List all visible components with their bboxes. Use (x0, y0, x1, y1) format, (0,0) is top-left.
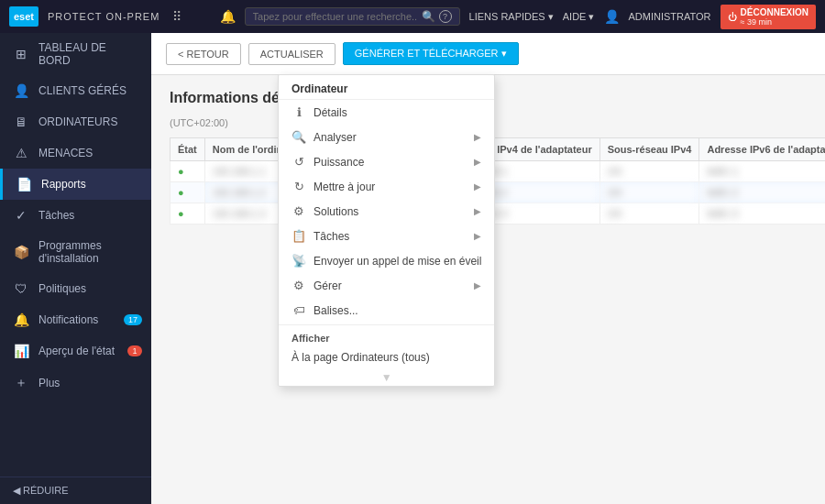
sidebar-label: Notifications (38, 313, 98, 326)
sidebar-reduce-button[interactable]: ◀ RÉDUIRE (0, 477, 151, 504)
search-icon: 🔍 (422, 10, 435, 23)
afficher-item-label: À la page Ordinateurs (tous) (292, 351, 430, 364)
clients-icon: 👤 (13, 83, 29, 98)
deconnexion-time: ≈ 39 min (741, 17, 808, 27)
apercu-badge: 1 (127, 345, 142, 356)
context-menu-balises[interactable]: 🏷 Balises... (279, 298, 494, 323)
sidebar-label: Tâches (38, 209, 74, 222)
context-menu-details[interactable]: ℹ Détails (279, 100, 494, 125)
menu-caret: ▼ (279, 369, 494, 386)
sidebar-item-tableau-de-bord[interactable]: ⊞ TABLEAU DE BORD (0, 33, 151, 75)
aide-button[interactable]: AIDE ▾ (563, 11, 595, 23)
search-input[interactable] (253, 11, 418, 22)
question-icon: ? (439, 10, 452, 23)
balises-icon: 🏷 (292, 303, 306, 317)
search-bar[interactable]: 🔍 ? (245, 7, 460, 26)
bell-icon[interactable]: 🔔 (220, 9, 236, 24)
arrow-icon: ▶ (474, 231, 481, 241)
sidebar-item-taches[interactable]: ✓ Tâches (0, 200, 151, 231)
sidebar-item-ordinateurs[interactable]: 🖥 ORDINATEURS (0, 106, 151, 137)
context-item-label: Envoyer un appel de mise en éveil (314, 255, 481, 268)
sidebar-label: ORDINATEURS (38, 115, 117, 128)
context-menu-gerer[interactable]: ⚙ Gérer ▶ (279, 273, 494, 298)
context-item-label: Gérer (314, 279, 342, 292)
sidebar-label: Politiques (38, 282, 86, 295)
main-layout: ⊞ TABLEAU DE BORD 👤 CLIENTS GÉRÉS 🖥 ORDI… (0, 33, 825, 504)
admin-label[interactable]: ADMINISTRATOR (629, 11, 711, 22)
details-icon: ℹ (292, 105, 306, 119)
taches-icon: 📋 (292, 229, 306, 243)
reports-icon: 📄 (16, 177, 32, 192)
analyser-icon: 🔍 (292, 130, 306, 144)
arrow-icon: ▶ (474, 132, 481, 142)
apercu-icon: 📊 (13, 344, 29, 358)
notifications-icon: 🔔 (13, 312, 29, 327)
tasks-icon: ✓ (13, 208, 29, 223)
sidebar-item-notifications[interactable]: 🔔 Notifications 17 (0, 304, 151, 335)
context-item-label: Analyser (314, 131, 357, 144)
sidebar-item-plus[interactable]: ＋ Plus (0, 367, 151, 400)
threats-icon: ⚠ (13, 146, 29, 160)
dashboard-icon: ⊞ (13, 47, 29, 61)
context-item-label: Puissance (314, 156, 364, 169)
send-icon: 📡 (292, 254, 306, 268)
sidebar-item-rapports[interactable]: 📄 Rapports (0, 169, 151, 200)
sidebar-label: Rapports (41, 178, 86, 191)
liens-rapides-button[interactable]: LIENS RAPIDES ▾ (469, 11, 554, 23)
arrow-icon: ▶ (474, 157, 481, 167)
context-menu-afficher-item[interactable]: À la page Ordinateurs (tous) (279, 345, 494, 369)
context-menu-divider (279, 324, 494, 325)
content-area: < RETOUR ACTUALISER GÉNÉRER ET TÉLÉCHARG… (151, 33, 825, 504)
sidebar-label: TABLEAU DE BORD (38, 41, 138, 67)
admin-icon: 👤 (604, 9, 620, 24)
deconnexion-icon: ⏻ (728, 12, 737, 22)
sidebar-label: CLIENTS GÉRÉS (38, 84, 126, 97)
reduce-icon: ◀ (13, 485, 23, 496)
gerer-icon: ⚙ (292, 279, 306, 292)
sidebar-label: Programmes d'installation (38, 239, 138, 265)
context-menu-envoyer[interactable]: 📡 Envoyer un appel de mise en éveil (279, 248, 494, 273)
afficher-section-header: Afficher (279, 327, 494, 345)
context-menu: Ordinateur ℹ Détails 🔍 Analyser ▶ ↺ Puis… (278, 74, 495, 387)
sidebar-item-clients-geres[interactable]: 👤 CLIENTS GÉRÉS (0, 75, 151, 106)
programs-icon: 📦 (13, 245, 29, 259)
context-menu-taches[interactable]: 📋 Tâches ▶ (279, 224, 494, 248)
context-menu-puissance[interactable]: ↺ Puissance ▶ (279, 149, 494, 174)
arrow-icon: ▶ (474, 280, 481, 290)
context-menu-header: Ordinateur (279, 75, 494, 100)
topbar: eset PROTECT ON-PREM ⠿ 🔔 🔍 ? LIENS RAPID… (0, 0, 825, 33)
arrow-icon: ▶ (474, 206, 481, 216)
context-menu-mettre-a-jour[interactable]: ↻ Mettre à jour ▶ (279, 174, 494, 199)
sidebar: ⊞ TABLEAU DE BORD 👤 CLIENTS GÉRÉS 🖥 ORDI… (0, 33, 151, 504)
plus-icon: ＋ (13, 375, 29, 391)
sidebar-item-menaces[interactable]: ⚠ MENACES (0, 137, 151, 169)
deconnexion-label: DÉCONNEXION (741, 7, 808, 17)
context-item-label: Mettre à jour (314, 181, 375, 193)
notifications-badge: 17 (124, 314, 142, 325)
logo-area: eset (9, 6, 38, 27)
sidebar-label: Aperçu de l'état (38, 345, 115, 357)
eset-logo: eset (9, 6, 38, 27)
grid-icon[interactable]: ⠿ (172, 9, 182, 24)
computers-icon: 🖥 (13, 115, 29, 129)
update-icon: ↻ (292, 180, 306, 193)
deconnexion-button[interactable]: ⏻ DÉCONNEXION ≈ 39 min (720, 5, 816, 29)
context-item-label: Solutions (314, 205, 358, 218)
sidebar-label: MENACES (38, 147, 93, 159)
reduce-label: RÉDUIRE (23, 485, 69, 496)
puissance-icon: ↺ (292, 155, 306, 169)
sidebar-item-politiques[interactable]: 🛡 Politiques (0, 273, 151, 304)
sidebar-label: Plus (38, 377, 60, 389)
context-item-label: Détails (314, 106, 347, 119)
solutions-icon: ⚙ (292, 204, 306, 218)
arrow-icon: ▶ (474, 181, 481, 192)
product-name: PROTECT ON-PREM (48, 11, 160, 22)
context-item-label: Tâches (314, 230, 349, 243)
context-menu-analyser[interactable]: 🔍 Analyser ▶ (279, 125, 494, 149)
policies-icon: 🛡 (13, 281, 29, 296)
context-menu-solutions[interactable]: ⚙ Solutions ▶ (279, 199, 494, 224)
context-menu-overlay[interactable]: Ordinateur ℹ Détails 🔍 Analyser ▶ ↺ Puis… (151, 33, 825, 504)
context-item-label: Balises... (314, 304, 358, 317)
sidebar-item-programmes[interactable]: 📦 Programmes d'installation (0, 231, 151, 273)
sidebar-item-apercu[interactable]: 📊 Aperçu de l'état 1 (0, 335, 151, 367)
